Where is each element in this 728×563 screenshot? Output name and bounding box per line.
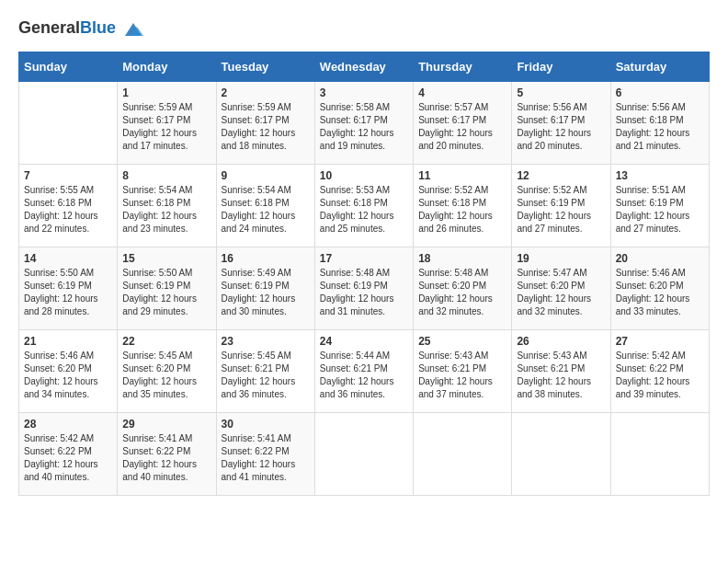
calendar-cell: 12Sunrise: 5:52 AM Sunset: 6:19 PM Dayli… bbox=[512, 165, 610, 247]
day-number: 23 bbox=[222, 335, 310, 348]
day-info: Sunrise: 5:59 AM Sunset: 6:17 PM Dayligh… bbox=[122, 101, 210, 153]
calendar-cell: 14Sunrise: 5:50 AM Sunset: 6:19 PM Dayli… bbox=[19, 247, 118, 330]
day-number: 12 bbox=[517, 169, 605, 182]
logo-blue: Blue bbox=[80, 18, 116, 37]
day-number: 28 bbox=[24, 418, 112, 431]
day-info: Sunrise: 5:45 AM Sunset: 6:21 PM Dayligh… bbox=[222, 350, 310, 401]
header-thursday: Thursday bbox=[414, 52, 512, 82]
day-info: Sunrise: 5:55 AM Sunset: 6:18 PM Dayligh… bbox=[24, 184, 112, 236]
day-info: Sunrise: 5:44 AM Sunset: 6:21 PM Dayligh… bbox=[320, 350, 408, 401]
day-number: 26 bbox=[517, 335, 605, 348]
day-info: Sunrise: 5:56 AM Sunset: 6:17 PM Dayligh… bbox=[517, 101, 605, 153]
day-number: 30 bbox=[222, 418, 310, 431]
day-info: Sunrise: 5:46 AM Sunset: 6:20 PM Dayligh… bbox=[24, 350, 112, 401]
day-number: 11 bbox=[418, 169, 506, 182]
header-saturday: Saturday bbox=[610, 52, 709, 82]
day-number: 14 bbox=[24, 252, 112, 265]
day-number: 20 bbox=[616, 252, 704, 265]
calendar-cell bbox=[610, 413, 709, 496]
day-info: Sunrise: 5:57 AM Sunset: 6:17 PM Dayligh… bbox=[418, 101, 506, 153]
day-info: Sunrise: 5:43 AM Sunset: 6:21 PM Dayligh… bbox=[517, 350, 605, 401]
day-info: Sunrise: 5:43 AM Sunset: 6:21 PM Dayligh… bbox=[418, 350, 506, 401]
day-number: 19 bbox=[517, 252, 605, 265]
header-friday: Friday bbox=[512, 52, 610, 82]
day-info: Sunrise: 5:41 AM Sunset: 6:22 PM Dayligh… bbox=[122, 432, 210, 484]
day-number: 25 bbox=[418, 335, 506, 348]
header-wednesday: Wednesday bbox=[314, 52, 413, 82]
day-info: Sunrise: 5:46 AM Sunset: 6:20 PM Dayligh… bbox=[616, 267, 704, 318]
calendar-table: SundayMondayTuesdayWednesdayThursdayFrid… bbox=[18, 52, 710, 496]
day-number: 21 bbox=[24, 335, 112, 348]
calendar-cell: 10Sunrise: 5:53 AM Sunset: 6:18 PM Dayli… bbox=[314, 165, 413, 247]
calendar-cell: 3Sunrise: 5:58 AM Sunset: 6:17 PM Daylig… bbox=[314, 82, 413, 165]
calendar-week-4: 21Sunrise: 5:46 AM Sunset: 6:20 PM Dayli… bbox=[19, 330, 710, 413]
calendar-week-2: 7Sunrise: 5:55 AM Sunset: 6:18 PM Daylig… bbox=[19, 165, 710, 247]
calendar-cell: 21Sunrise: 5:46 AM Sunset: 6:20 PM Dayli… bbox=[19, 330, 118, 413]
day-number: 18 bbox=[418, 252, 506, 265]
calendar-cell bbox=[512, 413, 610, 496]
day-info: Sunrise: 5:56 AM Sunset: 6:18 PM Dayligh… bbox=[616, 101, 704, 153]
day-number: 27 bbox=[616, 335, 704, 348]
calendar-cell: 29Sunrise: 5:41 AM Sunset: 6:22 PM Dayli… bbox=[118, 413, 216, 496]
calendar-cell bbox=[314, 413, 413, 496]
day-info: Sunrise: 5:50 AM Sunset: 6:19 PM Dayligh… bbox=[24, 267, 112, 318]
day-info: Sunrise: 5:47 AM Sunset: 6:20 PM Dayligh… bbox=[517, 267, 605, 318]
day-info: Sunrise: 5:49 AM Sunset: 6:19 PM Dayligh… bbox=[222, 267, 310, 318]
day-number: 6 bbox=[616, 86, 704, 99]
day-number: 29 bbox=[122, 418, 210, 431]
day-number: 1 bbox=[122, 86, 210, 99]
calendar-cell: 20Sunrise: 5:46 AM Sunset: 6:20 PM Dayli… bbox=[610, 247, 709, 330]
calendar-week-3: 14Sunrise: 5:50 AM Sunset: 6:19 PM Dayli… bbox=[19, 247, 710, 330]
calendar-cell: 23Sunrise: 5:45 AM Sunset: 6:21 PM Dayli… bbox=[216, 330, 314, 413]
day-number: 10 bbox=[320, 169, 408, 182]
day-number: 3 bbox=[320, 86, 408, 99]
day-info: Sunrise: 5:45 AM Sunset: 6:20 PM Dayligh… bbox=[122, 350, 210, 401]
calendar-cell: 5Sunrise: 5:56 AM Sunset: 6:17 PM Daylig… bbox=[512, 82, 610, 165]
logo: GeneralBlue bbox=[18, 18, 143, 38]
day-number: 13 bbox=[616, 169, 704, 182]
calendar-cell: 25Sunrise: 5:43 AM Sunset: 6:21 PM Dayli… bbox=[414, 330, 512, 413]
day-info: Sunrise: 5:48 AM Sunset: 6:19 PM Dayligh… bbox=[320, 267, 408, 318]
day-info: Sunrise: 5:50 AM Sunset: 6:19 PM Dayligh… bbox=[122, 267, 210, 318]
day-info: Sunrise: 5:41 AM Sunset: 6:22 PM Dayligh… bbox=[222, 432, 310, 484]
header-monday: Monday bbox=[118, 52, 216, 82]
day-number: 8 bbox=[122, 169, 210, 182]
day-info: Sunrise: 5:52 AM Sunset: 6:18 PM Dayligh… bbox=[418, 184, 506, 236]
calendar-cell: 30Sunrise: 5:41 AM Sunset: 6:22 PM Dayli… bbox=[216, 413, 314, 496]
logo-icon bbox=[123, 21, 143, 38]
day-number: 24 bbox=[320, 335, 408, 348]
calendar-cell: 24Sunrise: 5:44 AM Sunset: 6:21 PM Dayli… bbox=[314, 330, 413, 413]
calendar-cell: 4Sunrise: 5:57 AM Sunset: 6:17 PM Daylig… bbox=[414, 82, 512, 165]
header-tuesday: Tuesday bbox=[216, 52, 314, 82]
calendar-cell: 27Sunrise: 5:42 AM Sunset: 6:22 PM Dayli… bbox=[610, 330, 709, 413]
calendar-cell: 18Sunrise: 5:48 AM Sunset: 6:20 PM Dayli… bbox=[414, 247, 512, 330]
day-number: 4 bbox=[418, 86, 506, 99]
calendar-cell: 19Sunrise: 5:47 AM Sunset: 6:20 PM Dayli… bbox=[512, 247, 610, 330]
day-info: Sunrise: 5:52 AM Sunset: 6:19 PM Dayligh… bbox=[517, 184, 605, 236]
calendar-cell: 8Sunrise: 5:54 AM Sunset: 6:18 PM Daylig… bbox=[118, 165, 216, 247]
calendar-cell: 6Sunrise: 5:56 AM Sunset: 6:18 PM Daylig… bbox=[610, 82, 709, 165]
day-number: 15 bbox=[122, 252, 210, 265]
calendar-week-1: 1Sunrise: 5:59 AM Sunset: 6:17 PM Daylig… bbox=[19, 82, 710, 165]
calendar-cell: 9Sunrise: 5:54 AM Sunset: 6:18 PM Daylig… bbox=[216, 165, 314, 247]
header-sunday: Sunday bbox=[19, 52, 118, 82]
logo-general: General bbox=[18, 18, 80, 37]
calendar-cell: 28Sunrise: 5:42 AM Sunset: 6:22 PM Dayli… bbox=[19, 413, 118, 496]
day-info: Sunrise: 5:54 AM Sunset: 6:18 PM Dayligh… bbox=[122, 184, 210, 236]
day-info: Sunrise: 5:42 AM Sunset: 6:22 PM Dayligh… bbox=[24, 432, 112, 484]
day-info: Sunrise: 5:59 AM Sunset: 6:17 PM Dayligh… bbox=[222, 101, 310, 153]
day-info: Sunrise: 5:51 AM Sunset: 6:19 PM Dayligh… bbox=[616, 184, 704, 236]
day-info: Sunrise: 5:48 AM Sunset: 6:20 PM Dayligh… bbox=[418, 267, 506, 318]
day-number: 17 bbox=[320, 252, 408, 265]
calendar-cell: 1Sunrise: 5:59 AM Sunset: 6:17 PM Daylig… bbox=[118, 82, 216, 165]
calendar-cell: 2Sunrise: 5:59 AM Sunset: 6:17 PM Daylig… bbox=[216, 82, 314, 165]
day-number: 7 bbox=[24, 169, 112, 182]
calendar-header-row: SundayMondayTuesdayWednesdayThursdayFrid… bbox=[19, 52, 710, 82]
calendar-cell: 16Sunrise: 5:49 AM Sunset: 6:19 PM Dayli… bbox=[216, 247, 314, 330]
day-number: 2 bbox=[222, 86, 310, 99]
calendar-cell: 11Sunrise: 5:52 AM Sunset: 6:18 PM Dayli… bbox=[414, 165, 512, 247]
day-number: 5 bbox=[517, 86, 605, 99]
calendar-cell: 17Sunrise: 5:48 AM Sunset: 6:19 PM Dayli… bbox=[314, 247, 413, 330]
calendar-cell: 15Sunrise: 5:50 AM Sunset: 6:19 PM Dayli… bbox=[118, 247, 216, 330]
day-info: Sunrise: 5:58 AM Sunset: 6:17 PM Dayligh… bbox=[320, 101, 408, 153]
